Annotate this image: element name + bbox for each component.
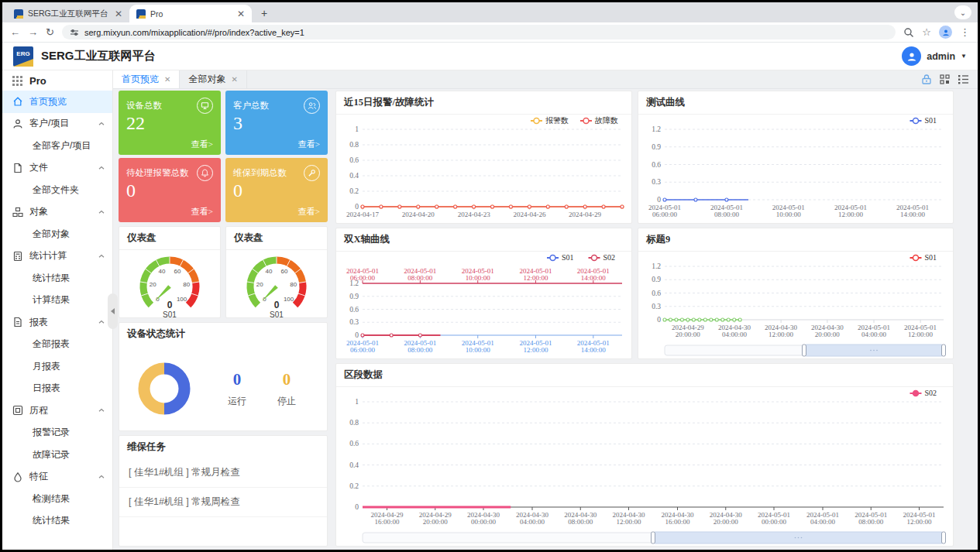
lock-icon[interactable] [922, 74, 931, 84]
svg-text:0.8: 0.8 [349, 419, 359, 427]
svg-text:20: 20 [256, 281, 263, 288]
forward-icon[interactable]: → [28, 27, 38, 37]
sidebar-item-统计结果[interactable]: 统计结果 [2, 510, 112, 533]
segment-data-line-chart[interactable]: 10.80.60.40.202024-04-2916:00:002024-04-… [336, 385, 953, 546]
sidebar-item-报表[interactable]: 报表 [2, 311, 112, 334]
sidebar-item-label: 统计结果 [33, 272, 105, 285]
app-grid-icon [12, 76, 22, 86]
sidebar-item-客户/项目[interactable]: 客户/项目 [2, 113, 112, 135]
svg-text:06:00:00: 06:00:00 [350, 274, 376, 282]
layout-grid-icon[interactable] [940, 74, 950, 84]
tab-search-chevron-icon[interactable]: ⌄ [954, 5, 971, 19]
browser-tab[interactable]: SERG工业互联网平台✕ [7, 5, 129, 22]
zoom-icon[interactable] [903, 27, 914, 38]
card-title: 待处理报警总数 [126, 167, 189, 179]
svg-text:60: 60 [281, 268, 288, 275]
address-bar[interactable]: serg.mixyun.com/mixapplication/#/pro/ind… [62, 25, 896, 39]
card-view-link[interactable]: 查看> [191, 206, 213, 218]
sidebar-item-label: 全部客户/项目 [33, 139, 105, 153]
svg-text:0.6: 0.6 [349, 440, 359, 447]
svg-text:0.3: 0.3 [652, 303, 661, 310]
site-settings-icon[interactable] [70, 28, 79, 37]
card-view-link[interactable]: 查看> [298, 139, 320, 150]
svg-text:06:00:00: 06:00:00 [652, 211, 678, 218]
card-value: 0 [233, 181, 320, 201]
svg-text:2024-04-20: 2024-04-20 [402, 211, 435, 218]
sidebar-app-header[interactable]: Pro [2, 70, 112, 91]
device-status-donut-chart[interactable] [132, 356, 197, 421]
tab-all-objects[interactable]: 全部对象 ✕ [180, 70, 246, 88]
gauge-chart[interactable]: 0204060801000S01 [226, 248, 327, 317]
panel-title: 近15日报警/故障统计 [336, 91, 631, 115]
tab-close-icon[interactable]: ✕ [231, 75, 237, 84]
sidebar-item-计算结果[interactable]: 计算结果 [2, 290, 112, 312]
svg-text:20: 20 [150, 281, 156, 288]
new-tab-button[interactable]: + [256, 5, 272, 21]
svg-text:12:00:00: 12:00:00 [838, 211, 864, 218]
stat-card-待处理报警总数[interactable]: 待处理报警总数0查看> [119, 158, 221, 222]
user-icon [12, 118, 23, 129]
maintenance-task-item[interactable]: [ 佳华1#机组 ] 常规月检查 [119, 458, 327, 488]
stat-value: 0 [277, 370, 296, 389]
svg-text:1.2: 1.2 [652, 125, 661, 133]
svg-text:2024-04-23: 2024-04-23 [458, 211, 490, 218]
sidebar-item-全部客户/项目[interactable]: 全部客户/项目 [2, 135, 112, 157]
tab-home-preview[interactable]: 首页预览 ✕ [113, 70, 180, 88]
dual-x-axis-line-chart[interactable]: 1.20.90.60.302024-05-0106:00:002024-05-0… [336, 249, 631, 358]
card-title: 设备总数 [126, 100, 162, 111]
test-curve-line-chart[interactable]: 1.20.90.60.302024-05-0106:00:002024-05-0… [638, 112, 953, 223]
svg-text:ERG: ERG [16, 50, 29, 57]
sidebar-item-日报表[interactable]: 日报表 [2, 378, 112, 400]
card-view-link[interactable]: 查看> [298, 206, 320, 218]
sidebar-item-label: 对象 [29, 205, 92, 218]
username[interactable]: admin [927, 51, 955, 62]
user-menu-caret-icon[interactable]: ▼ [961, 53, 967, 60]
maintenance-icon [304, 165, 320, 181]
svg-text:0.4: 0.4 [349, 172, 359, 180]
gauge-chart[interactable]: 0204060801000S01 [119, 248, 220, 317]
svg-text:10:00:00: 10:00:00 [466, 274, 491, 282]
stat-card-维保到期总数[interactable]: 维保到期总数0查看> [225, 158, 328, 222]
browser-profile-avatar[interactable] [939, 26, 952, 39]
svg-text:20:00:00: 20:00:00 [714, 518, 739, 526]
sidebar-item-报警记录[interactable]: 报警记录 [2, 422, 112, 444]
sidebar-item-文件[interactable]: 文件 [2, 157, 112, 180]
sidebar-item-label: 特征 [29, 470, 92, 483]
stat-card-设备总数[interactable]: 设备总数22查看> [119, 91, 221, 155]
browser-menu-icon[interactable]: ⋮ [960, 27, 970, 37]
sidebar-item-历程[interactable]: 历程 [2, 399, 112, 422]
sidebar-item-故障记录[interactable]: 故障记录 [2, 444, 112, 466]
sidebar-item-全部报表[interactable]: 全部报表 [2, 334, 112, 356]
sidebar-item-首页预览[interactable]: 首页预览 [2, 91, 112, 113]
svg-text:0.9: 0.9 [652, 143, 661, 151]
sidebar-item-label: 日报表 [33, 382, 105, 395]
sidebar-item-特征[interactable]: 特征 [2, 466, 112, 489]
sidebar-item-全部对象[interactable]: 全部对象 [2, 223, 112, 245]
reload-icon[interactable]: ↻ [46, 27, 54, 37]
panel-title: 设备状态统计 [119, 323, 327, 345]
sidebar-item-统计结果[interactable]: 统计结果 [2, 267, 112, 290]
tab-close-icon[interactable]: ✕ [164, 75, 170, 84]
bookmark-star-icon[interactable]: ☆ [922, 27, 931, 37]
calc-icon [12, 251, 23, 262]
svg-text:12:00:00: 12:00:00 [616, 518, 641, 526]
panel-test-curve: 测试曲线 1.20.90.60.302024-05-0106:00:002024… [638, 91, 954, 224]
alarm-fault-line-chart[interactable]: 10.80.60.40.202024-04-172024-04-202024-0… [336, 112, 631, 223]
user-avatar[interactable] [902, 46, 921, 66]
sidebar-item-检测结果[interactable]: 检测结果 [2, 488, 112, 510]
sidebar-item-月报表[interactable]: 月报表 [2, 355, 112, 378]
sidebar-item-全部文件夹[interactable]: 全部文件夹 [2, 179, 112, 201]
stat-card-客户总数[interactable]: 客户总数3查看> [225, 91, 328, 155]
tab-close-icon[interactable]: ✕ [115, 9, 122, 19]
list-view-icon[interactable] [958, 74, 968, 84]
browser-tab[interactable]: Pro✕ [129, 5, 252, 22]
sidebar-item-对象[interactable]: 对象 [2, 201, 112, 224]
panel-gauge-1: 仪表盘 0204060801000S01 [119, 226, 221, 318]
sidebar-collapse-handle[interactable] [108, 293, 118, 329]
tab-close-icon[interactable]: ✕ [237, 9, 245, 19]
maintenance-task-item[interactable]: [ 佳华1#机组 ] 常规周检查 [119, 488, 327, 517]
sidebar-item-统计计算[interactable]: 统计计算 [2, 245, 112, 268]
card-view-link[interactable]: 查看> [191, 139, 213, 150]
title9-line-chart[interactable]: 1.20.90.60.302024-04-2920:00:002024-04-3… [638, 249, 953, 358]
back-icon[interactable]: ← [10, 27, 20, 37]
